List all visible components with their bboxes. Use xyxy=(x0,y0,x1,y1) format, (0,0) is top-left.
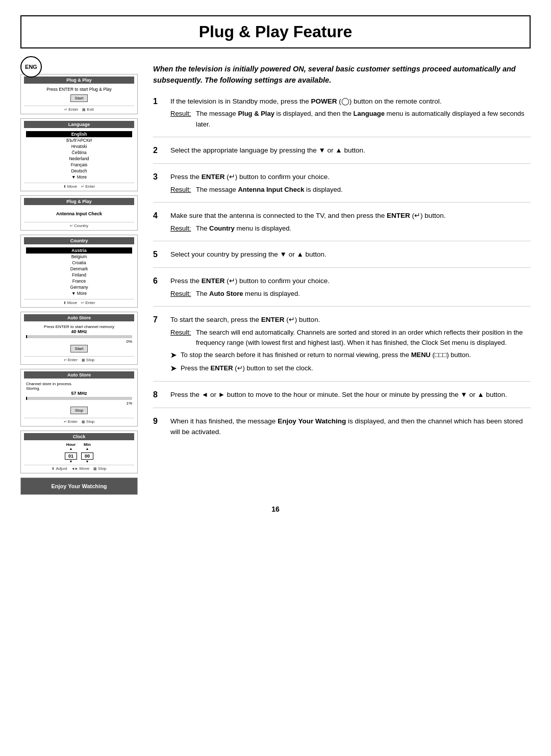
screen6-content: Channel store in process. Storing. 57 MH… xyxy=(24,381,134,416)
step-3-result-text: The message Antenna Input Check is displ… xyxy=(196,185,531,195)
step-4-result-label: Result: xyxy=(170,223,192,234)
lang-item-cs: Čeština xyxy=(26,149,132,156)
step-5-body: Select your country by pressing the ▼ or… xyxy=(170,249,531,260)
instructions: When the television is initially powered… xyxy=(153,64,531,495)
lang-item-nl: Nederland xyxy=(26,156,132,162)
step-7-result-label: Result: xyxy=(170,327,192,348)
step-2-body: Select the appropriate language by press… xyxy=(170,145,531,156)
step-8-num: 8 xyxy=(153,390,164,400)
country-more: ▼ More xyxy=(26,290,132,296)
screen2-content: English БЪЛГАРСКИ Hrvatski Čeština Neder… xyxy=(24,130,134,181)
country-france: France xyxy=(26,278,132,284)
step-7-result: Result: The search will end automaticall… xyxy=(170,327,531,348)
screen6-freq: 57 MHz xyxy=(26,391,132,396)
screen1-header: Plug & Play xyxy=(24,77,134,84)
screen-enjoy: Enjoy Your Watching xyxy=(20,477,138,495)
screen3-footer: ↵ Country xyxy=(24,222,134,228)
step-6-result: Result: The Auto Store menu is displayed… xyxy=(170,289,531,299)
step-7-result-text: The search will end automatically. Chann… xyxy=(196,327,531,348)
screen1-footer: ↵ Enter ▦ Exit xyxy=(24,106,134,112)
step-2-main: Select the appropriate language by press… xyxy=(170,146,365,154)
screen5-line1: Press ENTER to start channel memory xyxy=(26,324,132,329)
screen6-line1: Channel store in process. xyxy=(26,382,132,386)
screen4-content: Austria Belgium Croatia Denmark Finland … xyxy=(24,246,134,297)
step-5-num: 5 xyxy=(153,249,164,260)
step-4-result: Result: The Country menu is displayed. xyxy=(170,223,531,234)
screen6-progress-bar xyxy=(26,397,132,400)
screen4-move: ⬆ Move xyxy=(63,300,78,305)
screen6-pct: 1% xyxy=(26,401,132,406)
clock-min-up: ▲ xyxy=(81,447,93,450)
clock-min-value: 00 xyxy=(81,452,93,460)
lang-item-more: ▼ More xyxy=(26,174,132,180)
screen5-header: Auto Store xyxy=(24,314,134,321)
step-3-main: Press the ENTER (↵) button to confirm yo… xyxy=(170,173,330,181)
screen5-enter: ↵ Enter xyxy=(64,358,78,362)
screen1-content: Press ENTER to start Plug & Play Start xyxy=(24,86,134,104)
clock-hour-value: 01 xyxy=(65,452,77,460)
screen6-enter: ↵ Enter xyxy=(64,419,78,424)
screen6-stop-btn: Stop xyxy=(70,407,88,414)
screen2-move: ⬆ Move xyxy=(63,184,78,189)
screen1-line1: Press ENTER to start Plug & Play xyxy=(26,87,132,92)
screen6-footer: ↵ Enter ▦ Stop xyxy=(24,418,134,424)
step-8: 8 Press the ◄ or ► button to move to the… xyxy=(153,390,531,408)
page-title: Plug & Play Feature xyxy=(32,22,519,41)
country-finland: Finland xyxy=(26,272,132,278)
lang-item-english: English xyxy=(26,131,132,137)
steps-list: 1 If the television is in Standby mode, … xyxy=(153,96,531,445)
screen6-stop: ▦ Stop xyxy=(82,419,94,424)
screen-clock: Clock Hour ▲ 01 ▼ Min ▲ 00 ▼ xyxy=(20,431,138,473)
country-germany: Germany xyxy=(26,284,132,290)
screen1-exit: ▦ Exit xyxy=(82,107,93,112)
arrow-icon-2: ➤ xyxy=(170,363,177,374)
screen-auto-store-start: Auto Store Press ENTER to start channel … xyxy=(20,312,138,365)
step-3-result: Result: The message Antenna Input Check … xyxy=(170,185,531,195)
screen-language: Language English БЪЛГАРСКИ Hrvatski Češt… xyxy=(20,118,138,191)
screen6-header: Auto Store xyxy=(24,371,134,379)
step-8-body: Press the ◄ or ► button to move to the h… xyxy=(170,390,531,400)
step-9: 9 When it has finished, the message Enjo… xyxy=(153,416,531,445)
screen3-content: Antenna Input Check xyxy=(24,207,134,220)
step-3-num: 3 xyxy=(153,172,164,195)
step-1-result-text: The message Plug & Play is displayed, an… xyxy=(196,109,531,129)
country-croatia: Croatia xyxy=(26,260,132,266)
screen2-header: Language xyxy=(24,121,134,128)
clock-stop: ▦ Stop xyxy=(93,466,106,471)
screen-plug-play-start: Plug & Play Press ENTER to start Plug & … xyxy=(20,74,138,114)
clock-cols: Hour ▲ 01 ▼ Min ▲ 00 ▼ xyxy=(24,442,134,463)
screen6-line2: Storing. xyxy=(26,386,132,391)
step-6: 6 Press the ENTER (↵) button to confirm … xyxy=(153,276,531,307)
clock-footer: ⬆ Adjust ◄► Move ▦ Stop xyxy=(24,465,134,471)
country-belgium: Belgium xyxy=(26,254,132,260)
step-7-num: 7 xyxy=(153,315,164,374)
lang-item-fr: Français xyxy=(26,162,132,168)
step-1-body: If the television is in Standby mode, pr… xyxy=(170,96,531,130)
screen5-pct: 0% xyxy=(26,339,132,344)
clock-hour-down: ▼ xyxy=(65,460,77,463)
clock-header: Clock xyxy=(24,433,134,440)
clock-hour-col: Hour ▲ 01 ▼ xyxy=(65,442,77,463)
step-6-result-text: The Auto Store menu is displayed. xyxy=(196,289,531,299)
step-6-result-label: Result: xyxy=(170,289,192,299)
screen5-footer: ↵ Enter ▦ Stop xyxy=(24,356,134,362)
clock-hour-label: Hour xyxy=(65,442,77,447)
step-3-body: Press the ENTER (↵) button to confirm yo… xyxy=(170,172,531,195)
step-1-num: 1 xyxy=(153,96,164,130)
screen3-header: Plug & Play xyxy=(24,198,134,205)
screen-antenna: Plug & Play Antenna Input Check ↵ Countr… xyxy=(20,195,138,231)
step-7-body: To start the search, press the ENTER (↵)… xyxy=(170,315,531,374)
arrow-icon-1: ➤ xyxy=(170,350,177,361)
step-4: 4 Make sure that the antenna is connecte… xyxy=(153,211,531,241)
clock-adjust: ⬆ Adjust xyxy=(52,466,67,471)
clock-min-down: ▼ xyxy=(81,460,93,463)
step-6-num: 6 xyxy=(153,276,164,299)
screen1-enter: ↵ Enter xyxy=(64,107,78,112)
step-3-result-label: Result: xyxy=(170,185,192,195)
step-9-num: 9 xyxy=(153,416,164,438)
step-5-main: Select your country by pressing the ▼ or… xyxy=(170,250,327,258)
content-area: Plug & Play Press ENTER to start Plug & … xyxy=(20,64,531,495)
lang-item-hr: Hrvatski xyxy=(26,143,132,149)
screen5-content: Press ENTER to start channel memory 40 M… xyxy=(24,323,134,355)
screen2-footer: ⬆ Move ↵ Enter xyxy=(24,183,134,189)
